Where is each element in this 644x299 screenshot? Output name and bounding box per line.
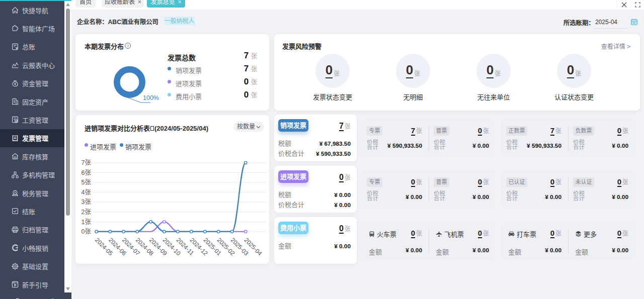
svg-text:7张: 7张 [82, 159, 92, 166]
svg-text:3张: 3张 [82, 198, 92, 206]
svg-text:5张: 5张 [82, 178, 92, 186]
svg-text:2张: 2张 [82, 208, 92, 216]
svg-text:4张: 4张 [82, 188, 92, 196]
svg-text:100%: 100% [143, 94, 159, 102]
svg-text:6张: 6张 [82, 169, 92, 176]
svg-text:1张: 1张 [82, 218, 92, 226]
svg-text:0张: 0张 [82, 228, 92, 235]
